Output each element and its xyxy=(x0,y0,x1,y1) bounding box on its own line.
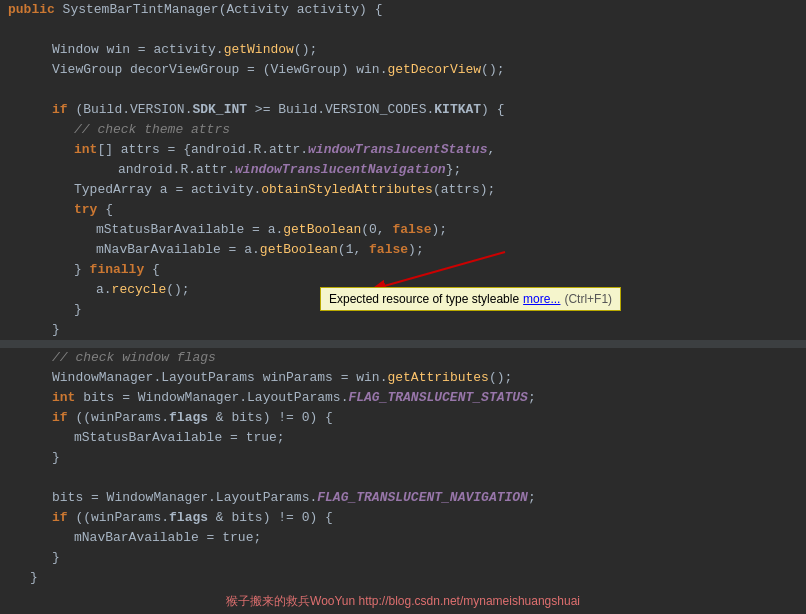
code-line: } xyxy=(0,448,806,468)
tooltip-text: Expected resource of type styleable xyxy=(329,292,519,306)
code-line: mNavBarAvailable = true; xyxy=(0,528,806,548)
code-line: int[] attrs = {android.R.attr.windowTran… xyxy=(0,140,806,160)
tooltip-wrapper: Expected resource of type styleable more… xyxy=(320,287,621,311)
code-line: } xyxy=(0,568,806,588)
watermark: 猴子搬来的救兵WooYun http://blog.csdn.net/mynam… xyxy=(226,593,580,610)
code-line: Window win = activity.getWindow(); xyxy=(0,40,806,60)
tooltip-link[interactable]: more... xyxy=(523,292,560,306)
tooltip-box: Expected resource of type styleable more… xyxy=(320,287,621,311)
code-line: if (Build.VERSION.SDK_INT >= Build.VERSI… xyxy=(0,100,806,120)
tooltip-shortcut: (Ctrl+F1) xyxy=(564,292,612,306)
code-line: mStatusBarAvailable = true; xyxy=(0,428,806,448)
code-line: android.R.attr.windowTranslucentNavigati… xyxy=(0,160,806,180)
code-line: } xyxy=(0,548,806,568)
code-line: WindowManager.LayoutParams winParams = w… xyxy=(0,368,806,388)
code-container: public SystemBarTintManager(Activity act… xyxy=(0,0,806,614)
code-line xyxy=(0,468,806,488)
code-line: ViewGroup decorViewGroup = (ViewGroup) w… xyxy=(0,60,806,80)
code-line: if ((winParams.flags & bits) != 0) { xyxy=(0,408,806,428)
code-line: } xyxy=(0,320,806,340)
code-line: bits = WindowManager.LayoutParams.FLAG_T… xyxy=(0,488,806,508)
code-line: public SystemBarTintManager(Activity act… xyxy=(0,0,806,20)
code-line: int bits = WindowManager.LayoutParams.FL… xyxy=(0,388,806,408)
code-line: // check theme attrs xyxy=(0,120,806,140)
code-line: TypedArray a = activity.obtainStyledAttr… xyxy=(0,180,806,200)
code-line: mStatusBarAvailable = a.getBoolean(0, fa… xyxy=(0,220,806,240)
code-line xyxy=(0,20,806,40)
code-line: try { xyxy=(0,200,806,220)
code-line: if ((winParams.flags & bits) != 0) { xyxy=(0,508,806,528)
code-line: mNavBarAvailable = a.getBoolean(1, false… xyxy=(0,240,806,260)
code-line xyxy=(0,80,806,100)
code-line: } finally { xyxy=(0,260,806,280)
code-line: // check window flags xyxy=(0,348,806,368)
code-line xyxy=(0,340,806,348)
